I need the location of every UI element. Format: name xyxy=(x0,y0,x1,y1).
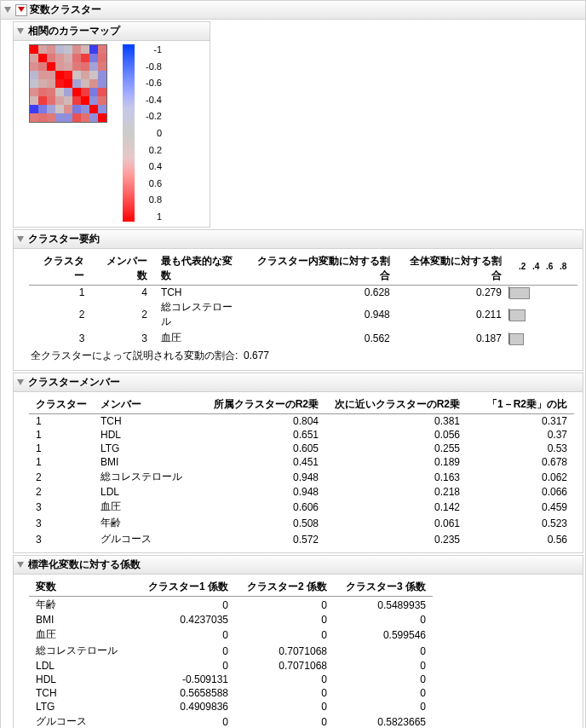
table-row[interactable]: 総コレステロール00.70710680 xyxy=(29,643,433,659)
table-row[interactable]: 1HDL0.6510.0560.37 xyxy=(29,428,574,442)
colormap-panel: 相関のカラーマップ -1-0.8-0.6-0.4-0.200.20.40.60.… xyxy=(13,21,210,228)
table-row[interactable]: 3グルコース0.5720.2350.56 xyxy=(29,531,574,547)
heatmap-cell xyxy=(64,88,72,96)
heatmap-cell xyxy=(72,54,81,62)
cluster-summary-table: クラスター メンバー数 最も代表的な変数 クラスター内変動に対する割合 全体変動… xyxy=(29,252,577,346)
heatmap-cell xyxy=(38,54,47,62)
variable-cluster-panel: 変数クラスター 相関のカラーマップ -1-0.8-0.6-0.4-0.200.2… xyxy=(0,0,586,728)
heatmap-cell xyxy=(98,62,106,71)
heatmap-cell xyxy=(89,71,98,79)
heatmap-cell xyxy=(38,71,47,79)
heatmap-cell xyxy=(47,62,55,71)
cluster-summary-title: クラスター要約 xyxy=(28,232,100,246)
col-cluster: クラスター xyxy=(29,252,91,286)
heatmap-cell xyxy=(89,54,98,62)
heatmap-cell xyxy=(81,71,89,79)
heatmap-cell xyxy=(55,79,64,88)
table-row[interactable]: 2総コレステロール0.9480.1630.062 xyxy=(29,469,574,485)
heatmap-cell xyxy=(47,105,55,113)
colormap-title: 相関のカラーマップ xyxy=(28,24,120,38)
panel-title-bar[interactable]: 変数クラスター xyxy=(1,1,585,20)
heatmap-cell xyxy=(38,79,47,88)
std-coef-header[interactable]: 標準化変数に対する係数 xyxy=(14,556,583,575)
heatmap-cell xyxy=(64,54,72,62)
heatmap-cell xyxy=(72,62,81,71)
cluster-members-panel: クラスターメンバー クラスター メンバー 所属クラスターのR2乗 次に近いクラス… xyxy=(13,373,583,553)
table-row[interactable]: 14TCH0.6280.279 xyxy=(29,286,577,300)
table-row[interactable]: 33血圧0.5620.187 xyxy=(29,330,577,346)
heatmap-cell xyxy=(81,79,89,88)
heatmap-cell xyxy=(72,88,81,96)
heatmap-cell xyxy=(98,79,106,88)
heatmap-cell xyxy=(47,54,55,62)
heatmap-cell xyxy=(89,45,98,54)
cluster-summary-panel: クラスター要約 クラスター メンバー数 最も代表的な変数 クラスター内変動に対す… xyxy=(13,229,583,371)
heatmap-cell xyxy=(89,88,98,96)
heatmap-cell xyxy=(55,54,64,62)
heatmap-cell xyxy=(30,105,38,113)
table-row[interactable]: TCH0.565858800 xyxy=(29,686,433,700)
disclosure-triangle-icon[interactable] xyxy=(4,7,11,13)
disclosure-triangle-icon[interactable] xyxy=(17,28,24,34)
heatmap-cell xyxy=(64,45,72,54)
table-row[interactable]: 年齢000.5489935 xyxy=(29,597,433,614)
heatmap-cell xyxy=(55,113,64,122)
heatmap-cell xyxy=(30,45,38,54)
table-row[interactable]: LDL00.70710680 xyxy=(29,659,433,673)
heatmap-cell xyxy=(47,71,55,79)
heatmap-cell xyxy=(55,45,64,54)
heatmap-cell xyxy=(55,62,64,71)
heatmap-cell xyxy=(89,62,98,71)
colormap-header[interactable]: 相関のカラーマップ xyxy=(14,22,210,41)
heatmap-cell xyxy=(98,96,106,105)
table-row[interactable]: 2LDL0.9480.2180.066 xyxy=(29,485,574,499)
cluster-members-title: クラスターメンバー xyxy=(28,375,120,390)
heatmap-cell xyxy=(47,96,55,105)
heatmap-cell xyxy=(81,45,89,54)
table-row[interactable]: 1TCH0.8040.3810.317 xyxy=(29,414,574,429)
table-row[interactable]: 血圧000.599546 xyxy=(29,627,433,643)
table-row[interactable]: HDL-0.50913100 xyxy=(29,673,433,686)
heatmap-cell xyxy=(81,62,89,71)
heatmap-cell xyxy=(98,71,106,79)
table-row[interactable]: LTG0.490983600 xyxy=(29,700,433,714)
heatmap-cell xyxy=(98,45,106,54)
cluster-members-header[interactable]: クラスターメンバー xyxy=(14,373,583,392)
table-row[interactable]: 1LTG0.6050.2550.53 xyxy=(29,442,574,455)
disclosure-triangle-icon[interactable] xyxy=(17,379,24,385)
table-row[interactable]: グルコース000.5823665 xyxy=(29,714,433,728)
std-coef-panel: 標準化変数に対する係数 変数 クラスター1 係数 クラスター2 係数 クラスター… xyxy=(13,555,583,728)
heatmap-cell xyxy=(38,105,47,113)
heatmap-cell xyxy=(89,79,98,88)
disclosure-triangle-icon[interactable] xyxy=(17,562,24,568)
table-row[interactable]: 3血圧0.6060.1420.459 xyxy=(29,499,574,515)
cluster-summary-header[interactable]: クラスター要約 xyxy=(14,230,583,249)
heatmap-cell xyxy=(30,71,38,79)
table-row[interactable]: 1BMI0.4510.1890.678 xyxy=(29,455,574,469)
heatmap-cell xyxy=(72,96,81,105)
col-members: メンバー数 xyxy=(91,252,153,286)
std-coef-table: 変数 クラスター1 係数 クラスター2 係数 クラスター3 係数 年齢000.5… xyxy=(29,578,433,728)
heatmap-cell xyxy=(47,45,55,54)
table-row[interactable]: BMI0.423703500 xyxy=(29,613,433,627)
heatmap-cell xyxy=(47,79,55,88)
table-row[interactable]: 3年齢0.5080.0610.523 xyxy=(29,515,574,531)
table-row[interactable]: 22総コレステロール0.9480.211 xyxy=(29,299,577,330)
heatmap-cell xyxy=(64,62,72,71)
heatmap-cell xyxy=(64,105,72,113)
heatmap-cell xyxy=(30,113,38,122)
heatmap-cell xyxy=(98,105,106,113)
red-menu-icon[interactable] xyxy=(15,4,27,16)
summary-note: 全クラスターによって説明される変動の割合: 0.677 xyxy=(29,346,577,365)
colorbar: -1-0.8-0.6-0.4-0.200.20.40.60.81 xyxy=(123,44,162,222)
heatmap-cell xyxy=(98,54,106,62)
heatmap-cell xyxy=(64,79,72,88)
heatmap-cell xyxy=(89,96,98,105)
heatmap-cell xyxy=(30,54,38,62)
heatmap-cell xyxy=(30,62,38,71)
heatmap-cell xyxy=(81,113,89,122)
heatmap-cell xyxy=(81,96,89,105)
correlation-heatmap xyxy=(29,44,107,123)
disclosure-triangle-icon[interactable] xyxy=(17,236,24,242)
heatmap-cell xyxy=(72,105,81,113)
